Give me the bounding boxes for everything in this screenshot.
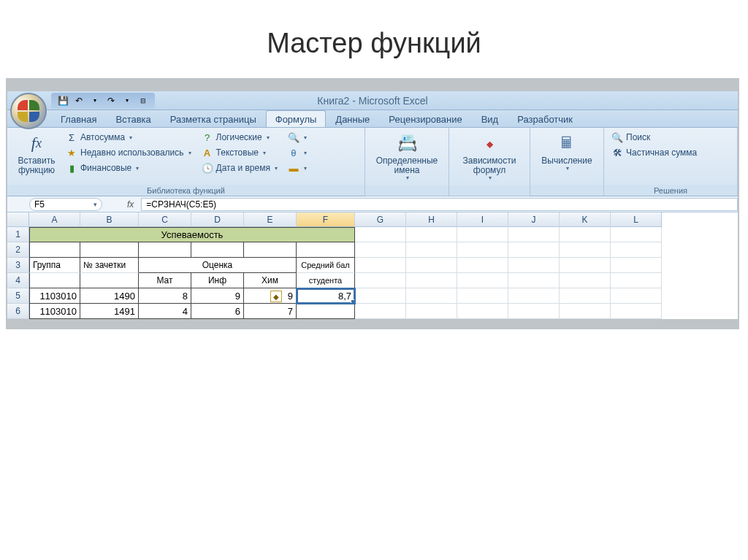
select-all-button[interactable] bbox=[7, 212, 29, 227]
cell[interactable]: Группа bbox=[29, 258, 80, 273]
cell[interactable]: Успеваемость bbox=[29, 227, 355, 242]
cell[interactable]: 1103010 bbox=[29, 288, 80, 304]
col-header[interactable]: G bbox=[355, 212, 406, 227]
row-header[interactable]: 6 bbox=[7, 304, 29, 319]
cell[interactable] bbox=[560, 273, 611, 288]
chevron-down-icon[interactable]: ▾ bbox=[94, 201, 97, 208]
cell[interactable] bbox=[29, 273, 80, 288]
tab-layout[interactable]: Разметка страницы bbox=[161, 110, 266, 127]
col-header[interactable]: A bbox=[29, 212, 80, 227]
row-header[interactable]: 2 bbox=[7, 242, 29, 258]
cell[interactable]: 1490 bbox=[80, 288, 139, 304]
cell[interactable] bbox=[611, 258, 662, 273]
cell[interactable] bbox=[355, 273, 406, 288]
office-button[interactable] bbox=[10, 93, 47, 129]
cell[interactable] bbox=[406, 258, 457, 273]
lookup-button[interactable]: 🔍▾ bbox=[285, 130, 310, 145]
cell[interactable] bbox=[508, 273, 560, 288]
logical-button[interactable]: ? Логические ▾ bbox=[199, 130, 280, 145]
cell[interactable] bbox=[560, 288, 611, 304]
cell[interactable]: 7 bbox=[244, 304, 297, 319]
cell[interactable]: Хим bbox=[244, 273, 297, 288]
tab-home[interactable]: Главная bbox=[51, 110, 106, 127]
name-box[interactable]: F5 ▾ bbox=[29, 198, 102, 211]
financial-button[interactable]: ▮ Финансовые ▾ bbox=[63, 161, 194, 175]
tab-insert[interactable]: Вставка bbox=[106, 110, 160, 127]
cell[interactable]: Средний бал bbox=[297, 258, 355, 273]
cell[interactable] bbox=[80, 273, 139, 288]
cell[interactable] bbox=[457, 258, 508, 273]
col-header[interactable]: C bbox=[139, 212, 191, 227]
cell[interactable] bbox=[457, 273, 508, 288]
cell[interactable]: № зачетки bbox=[80, 258, 139, 273]
col-header[interactable]: E bbox=[244, 212, 297, 227]
col-header[interactable]: B bbox=[80, 212, 139, 227]
row-header[interactable]: 5 bbox=[7, 288, 29, 304]
insert-function-button[interactable]: fx Вставить функцию bbox=[12, 130, 61, 177]
smart-tag-icon[interactable]: ◆ bbox=[270, 291, 282, 302]
cell[interactable] bbox=[297, 242, 355, 258]
calculation-button[interactable]: 🖩 Вычисление ▾ bbox=[535, 130, 599, 174]
cell[interactable] bbox=[29, 242, 80, 258]
cell[interactable]: 4 bbox=[139, 304, 191, 319]
cell[interactable] bbox=[508, 227, 560, 242]
search-button[interactable]: 🔍 Поиск bbox=[608, 130, 700, 145]
cell[interactable]: 8 bbox=[139, 288, 191, 304]
cell[interactable] bbox=[611, 227, 662, 242]
col-header[interactable]: L bbox=[611, 212, 662, 227]
cell[interactable] bbox=[457, 227, 508, 242]
cell[interactable] bbox=[508, 304, 560, 319]
cell[interactable] bbox=[560, 304, 611, 319]
redo-icon[interactable]: ↷ bbox=[105, 95, 117, 107]
cell[interactable] bbox=[355, 242, 406, 258]
cell[interactable] bbox=[355, 258, 406, 273]
partial-sum-button[interactable]: 🛠 Частичная сумма bbox=[608, 145, 700, 160]
cell[interactable] bbox=[406, 273, 457, 288]
fx-icon[interactable]: fx bbox=[127, 199, 134, 210]
cell[interactable]: 6 bbox=[191, 304, 244, 319]
cell[interactable]: студента bbox=[297, 273, 355, 288]
cell[interactable] bbox=[508, 242, 560, 258]
cell[interactable] bbox=[406, 227, 457, 242]
cell[interactable] bbox=[611, 273, 662, 288]
chevron-down-icon[interactable]: ▾ bbox=[89, 95, 101, 107]
cell[interactable] bbox=[406, 304, 457, 319]
datetime-button[interactable]: 🕓 Дата и время ▾ bbox=[199, 161, 280, 175]
col-header[interactable]: J bbox=[508, 212, 560, 227]
col-header[interactable]: H bbox=[406, 212, 457, 227]
cell[interactable] bbox=[80, 242, 139, 258]
cell[interactable] bbox=[457, 304, 508, 319]
save-icon[interactable]: 💾 bbox=[57, 95, 69, 107]
cell[interactable]: Мат bbox=[139, 273, 191, 288]
cell[interactable] bbox=[355, 227, 406, 242]
row-header[interactable]: 3 bbox=[7, 258, 29, 273]
col-header[interactable]: K bbox=[560, 212, 611, 227]
cell[interactable] bbox=[611, 288, 662, 304]
chevron-down-icon[interactable]: ▾ bbox=[121, 95, 133, 107]
col-header[interactable]: I bbox=[457, 212, 508, 227]
cell[interactable]: 9 bbox=[191, 288, 244, 304]
cell[interactable]: Инф bbox=[191, 273, 244, 288]
cell[interactable] bbox=[611, 242, 662, 258]
cell[interactable] bbox=[560, 227, 611, 242]
row-header[interactable]: 4 bbox=[7, 273, 29, 288]
cell[interactable] bbox=[457, 288, 508, 304]
cell[interactable] bbox=[139, 242, 191, 258]
cell[interactable] bbox=[508, 288, 560, 304]
defined-names-button[interactable]: 📇 Определенные имена ▾ bbox=[370, 130, 444, 183]
tab-review[interactable]: Рецензирование bbox=[379, 110, 471, 127]
cell[interactable] bbox=[560, 242, 611, 258]
cell[interactable] bbox=[457, 242, 508, 258]
cell[interactable]: 1491 bbox=[80, 304, 139, 319]
formula-input[interactable]: =СРЗНАЧ(C5:E5) bbox=[141, 198, 738, 211]
cell-selected[interactable]: 8,7 bbox=[297, 288, 355, 304]
tab-view[interactable]: Вид bbox=[472, 110, 508, 127]
cell[interactable] bbox=[355, 304, 406, 319]
cell[interactable] bbox=[244, 242, 297, 258]
tab-developer[interactable]: Разработчик bbox=[508, 110, 582, 127]
autosum-button[interactable]: Σ Автосумма ▾ bbox=[63, 130, 194, 145]
cell[interactable] bbox=[406, 288, 457, 304]
cell[interactable] bbox=[508, 258, 560, 273]
more-functions-button[interactable]: ▬▾ bbox=[285, 161, 310, 175]
cell[interactable] bbox=[191, 242, 244, 258]
